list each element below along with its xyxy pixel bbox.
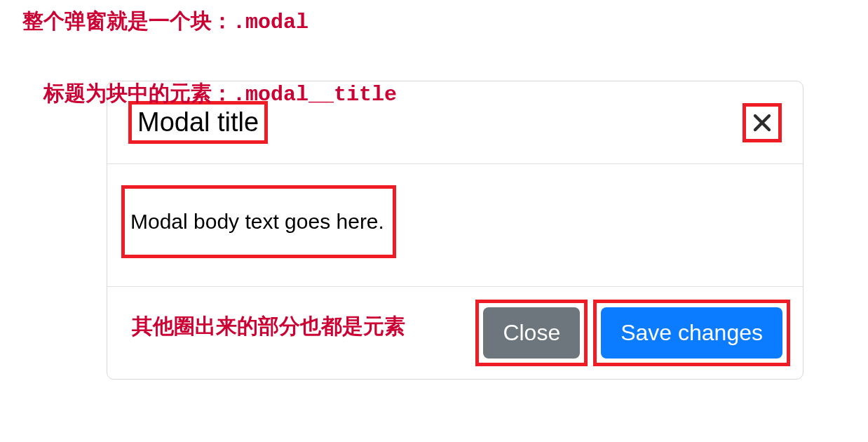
- annotation-text: 整个弹窗就是一个块：: [22, 9, 233, 32]
- annotation-title-label: 标题为块中的元素：.modal__title: [43, 79, 397, 108]
- body-highlight-box: Modal body text goes here.: [121, 185, 396, 258]
- modal-title: Modal title: [137, 107, 259, 138]
- close-icon[interactable]: [752, 112, 773, 133]
- save-button-highlight-box: Save changes: [593, 300, 790, 366]
- close-button-highlight-box: Close: [475, 300, 588, 366]
- annotation-elements-label: 其他圈出来的部分也都是元素: [132, 312, 405, 341]
- annotation-block-label: 整个弹窗就是一个块：.modal: [22, 7, 308, 36]
- save-changes-button[interactable]: Save changes: [601, 307, 782, 359]
- modal-body-text: Modal body text goes here.: [130, 210, 384, 234]
- modal-body: Modal body text goes here.: [107, 164, 803, 286]
- close-highlight-box: [742, 103, 782, 142]
- close-button[interactable]: Close: [483, 307, 580, 359]
- annotation-text: 标题为块中的元素：: [43, 81, 233, 105]
- annotation-code: .modal__title: [233, 83, 397, 107]
- annotation-code: .modal: [233, 11, 308, 34]
